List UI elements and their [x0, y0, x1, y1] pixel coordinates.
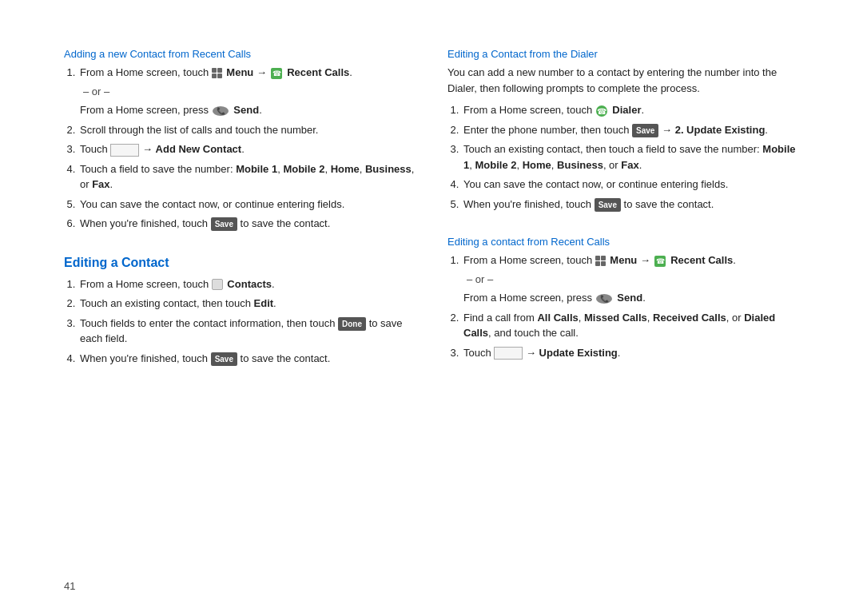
- menu-label: Menu: [226, 66, 253, 78]
- recent-step-2: Find a call from All Calls, Missed Calls…: [462, 310, 799, 341]
- send-label-2: Send: [617, 292, 642, 304]
- recent-calls-icon-2: ☎: [654, 255, 666, 268]
- contacts-icon: [212, 279, 223, 290]
- save-btn-2: Save: [211, 352, 237, 366]
- right-column: Editing a Contact from the Dialer You ca…: [447, 48, 799, 584]
- dialer-step-4: You can save the contact now, or continu…: [462, 177, 799, 193]
- send-icon-2: 📞: [595, 293, 613, 304]
- step-5: You can save the contact now, or continu…: [78, 197, 416, 213]
- svg-text:☎: ☎: [597, 107, 606, 116]
- editing-contact-title: Editing a Contact: [64, 256, 416, 270]
- step-2: Scroll through the list of calls and tou…: [78, 122, 416, 138]
- arrow-3: →: [142, 143, 156, 155]
- or-divider-2: – or –: [463, 272, 799, 288]
- r-mobile2: Mobile 2: [475, 159, 516, 171]
- svg-text:📞: 📞: [216, 106, 225, 116]
- send-label: Send: [233, 104, 259, 116]
- business-label: Business: [365, 163, 412, 175]
- r-business: Business: [557, 159, 603, 171]
- menu-grid-icon: [212, 68, 222, 78]
- fax-label: Fax: [92, 178, 109, 190]
- svg-text:☎: ☎: [272, 70, 280, 77]
- add-contact-box: [110, 144, 139, 157]
- edit-label: Edit: [254, 297, 274, 309]
- adding-contact-section: Adding a new Contact from Recent Calls F…: [64, 48, 416, 232]
- done-btn: Done: [338, 317, 366, 331]
- r-home: Home: [523, 159, 551, 171]
- home-label: Home: [331, 163, 360, 175]
- edit-step-4: When you're finished, touch Save to save…: [78, 351, 416, 367]
- dialer-intro: You can add a new number to a contact by…: [447, 65, 799, 96]
- add-new-contact-label: Add New Contact: [156, 143, 242, 155]
- editing-dialer-title: Editing a Contact from the Dialer: [447, 48, 799, 60]
- recent-calls-label: Recent Calls: [287, 66, 349, 78]
- dialer-label: Dialer: [612, 104, 641, 116]
- save-btn-1: Save: [211, 217, 237, 231]
- step-3: Touch → Add New Contact.: [78, 141, 416, 157]
- recent-calls-label-2: Recent Calls: [670, 254, 733, 266]
- r-fax: Fax: [621, 159, 638, 171]
- page-number: 41: [64, 580, 75, 592]
- save-btn-dialer: Save: [632, 124, 658, 137]
- editing-recent-section: Editing a contact from Recent Calls From…: [447, 236, 799, 360]
- svg-text:📞: 📞: [599, 294, 609, 304]
- adding-contact-title: Adding a new Contact from Recent Calls: [64, 48, 416, 60]
- editing-recent-title: Editing a contact from Recent Calls: [447, 236, 799, 248]
- update-existing-label: 2. Update Existing: [675, 124, 766, 136]
- mobile1-label: Mobile 1: [236, 163, 277, 175]
- or-divider-1: – or –: [80, 84, 416, 100]
- dialer-phone-icon: ☎: [595, 105, 608, 117]
- dialer-step-3: Touch an existing contact, then touch a …: [462, 141, 799, 173]
- editing-contact-steps: From a Home screen, touch Contacts. Touc…: [64, 276, 416, 367]
- recent-steps: From a Home screen, touch Menu → ☎ Recen…: [447, 252, 799, 360]
- update-box: [494, 347, 523, 360]
- contacts-label: Contacts: [227, 278, 272, 290]
- editing-dialer-section: Editing a Contact from the Dialer You ca…: [447, 48, 799, 212]
- arrow-update: →: [526, 347, 539, 359]
- menu-label-2: Menu: [610, 254, 637, 266]
- arrow-dialer: →: [662, 124, 675, 136]
- edit-step-3: Touch fields to enter the contact inform…: [78, 316, 416, 347]
- recent-step-1: From a Home screen, touch Menu → ☎ Recen…: [462, 252, 799, 306]
- dialer-step-1: From a Home screen, touch ☎ Dialer.: [462, 102, 799, 118]
- missed-calls-label: Missed Calls: [584, 312, 647, 324]
- save-btn-3: Save: [595, 198, 621, 212]
- dialer-step-2: Enter the phone number, then touch Save …: [462, 122, 799, 138]
- arrow-recent: →: [640, 254, 654, 266]
- edit-step-2: Touch an existing contact, then touch Ed…: [78, 296, 416, 312]
- left-column: Adding a new Contact from Recent Calls F…: [64, 48, 416, 584]
- editing-contact-section: Editing a Contact From a Home screen, to…: [64, 256, 416, 367]
- dialer-steps: From a Home screen, touch ☎ Dialer. Ente…: [447, 102, 799, 212]
- received-calls-label: Received Calls: [653, 312, 726, 324]
- edit-step-1: From a Home screen, touch Contacts.: [78, 276, 416, 292]
- arrow-1: →: [257, 66, 270, 78]
- all-calls-label: All Calls: [537, 312, 578, 324]
- menu-grid-icon-2: [595, 256, 606, 266]
- recent-step-3: Touch → Update Existing.: [462, 345, 799, 361]
- update-existing-2-label: Update Existing: [539, 347, 618, 359]
- step-4: Touch a field to save the number: Mobile…: [78, 161, 416, 193]
- dialer-step-5: When you're finished, touch Save to save…: [462, 197, 799, 213]
- step-1: From a Home screen, touch Menu → ☎ Recen…: [78, 65, 416, 118]
- recent-calls-icon: ☎: [270, 67, 283, 80]
- svg-text:☎: ☎: [655, 257, 664, 265]
- adding-contact-steps: From a Home screen, touch Menu → ☎ Recen…: [64, 65, 416, 232]
- mobile2-label: Mobile 2: [283, 163, 324, 175]
- step-6: When you're finished, touch Save to save…: [78, 216, 416, 232]
- send-phone-icon: 📞: [212, 105, 229, 117]
